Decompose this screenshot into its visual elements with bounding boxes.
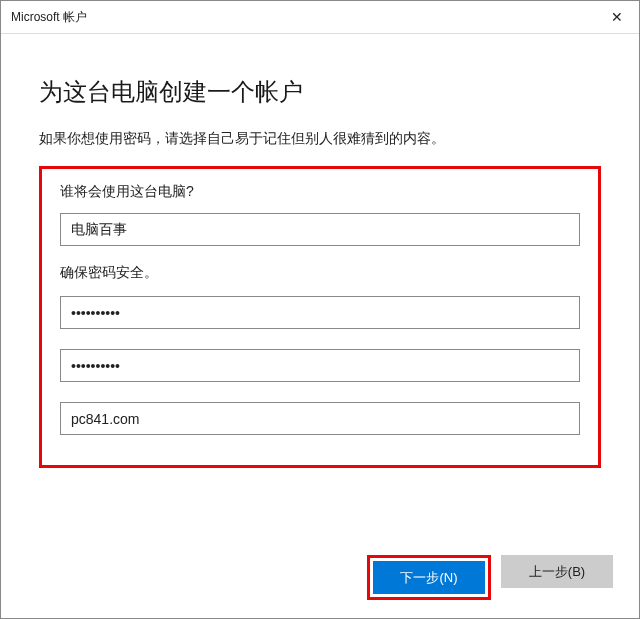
password-confirm-input[interactable] [60, 349, 580, 382]
window-title: Microsoft 帐户 [11, 9, 87, 26]
footer-buttons: 下一步(N) 上一步(B) [1, 555, 639, 600]
titlebar: Microsoft 帐户 ✕ [1, 1, 639, 34]
password-hint-input[interactable] [60, 402, 580, 435]
content-area: 为这台电脑创建一个帐户 如果你想使用密码，请选择自己易于记住但别人很难猜到的内容… [1, 34, 639, 468]
label-who-uses: 谁将会使用这台电脑? [60, 183, 580, 201]
next-button[interactable]: 下一步(N) [373, 561, 485, 594]
back-button[interactable]: 上一步(B) [501, 555, 613, 588]
username-input[interactable] [60, 213, 580, 246]
next-highlight-box: 下一步(N) [367, 555, 491, 600]
password-input[interactable] [60, 296, 580, 329]
page-subtext: 如果你想使用密码，请选择自己易于记住但别人很难猜到的内容。 [39, 130, 601, 148]
form-highlight-box: 谁将会使用这台电脑? 确保密码安全。 [39, 166, 601, 468]
close-button[interactable]: ✕ [594, 1, 639, 34]
close-icon: ✕ [611, 9, 623, 25]
label-secure-password: 确保密码安全。 [60, 264, 580, 282]
page-title: 为这台电脑创建一个帐户 [39, 76, 601, 108]
